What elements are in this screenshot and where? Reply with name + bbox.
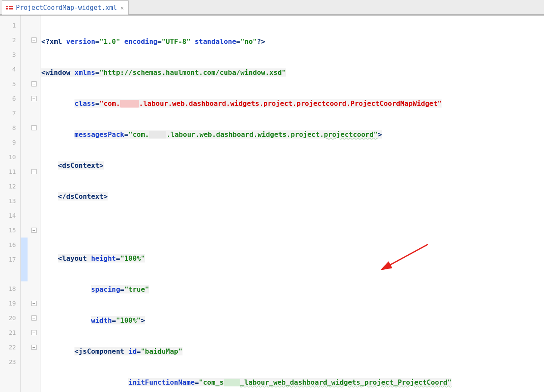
code-line: </dsContext>	[40, 189, 544, 204]
code-line: <window xmlns="http://schemas.haulmont.c…	[40, 65, 544, 80]
svg-rect-3	[9, 8, 13, 9]
line-number: 11	[0, 164, 20, 179]
line-number: 15	[0, 223, 20, 238]
line-number: 18	[0, 281, 20, 296]
code-line: <jsComponent id="baiduMap"	[40, 344, 544, 359]
file-tab[interactable]: ProjectCoordMap-widget.xml ✕	[2, 0, 129, 15]
fold-toggle-icon[interactable]: −	[31, 37, 37, 43]
line-number: 9	[0, 135, 20, 150]
line-number: 16	[0, 238, 20, 252]
svg-rect-2	[9, 6, 13, 7]
line-number: 8	[0, 120, 20, 135]
fold-end-icon: −	[31, 301, 37, 306]
svg-rect-1	[6, 8, 8, 9]
line-number: 23	[0, 355, 20, 369]
redacted-block	[149, 131, 166, 139]
line-number: 10	[0, 150, 20, 164]
line-number: 22	[0, 340, 20, 355]
fold-end-icon: −	[31, 330, 37, 335]
code-line: initFunctionName="com_s_labour_web_dashb…	[40, 375, 544, 390]
fold-toggle-icon[interactable]: −	[31, 228, 37, 233]
tab-bar: ProjectCoordMap-widget.xml ✕	[0, 0, 544, 15]
line-number: 12	[0, 179, 20, 194]
code-line: spacing="true"	[40, 282, 544, 297]
line-number: 17	[0, 252, 20, 267]
fold-toggle-icon[interactable]: −	[31, 125, 37, 130]
line-number: 3	[0, 47, 20, 62]
selection-gutter	[21, 15, 28, 392]
line-number: 20	[0, 311, 20, 325]
line-number: 7	[0, 106, 20, 120]
editor: 1 2 3 4 5 6 7 8 9 10 11 12 13 14 15 16 1…	[0, 15, 544, 392]
code-line: <?xml version="1.0" encoding="UTF-8" sta…	[40, 34, 544, 49]
line-number: 5	[0, 77, 20, 91]
close-icon[interactable]: ✕	[120, 5, 125, 11]
line-number: 19	[0, 296, 20, 311]
line-number: 1	[0, 18, 20, 33]
fold-toggle-icon[interactable]: −	[31, 81, 37, 86]
line-number	[0, 267, 20, 281]
fold-end-icon: −	[31, 96, 37, 101]
fold-gutter: − − − − − − − − − −	[28, 15, 40, 392]
redacted-block	[224, 379, 240, 386]
line-number: 14	[0, 208, 20, 223]
line-number: 13	[0, 194, 20, 208]
tab-label: ProjectCoordMap-widget.xml	[16, 4, 117, 12]
line-number: 21	[0, 325, 20, 340]
code-line: class="com..labour.web.dashboard.widgets…	[40, 96, 544, 111]
code-line: width="100%">	[40, 313, 544, 328]
line-number: 2	[0, 33, 20, 47]
fold-end-icon: −	[31, 345, 37, 350]
svg-rect-0	[6, 6, 8, 7]
code-area[interactable]: <?xml version="1.0" encoding="UTF-8" sta…	[40, 15, 544, 392]
code-line: <layout height="100%"	[40, 251, 544, 266]
xml-file-icon	[6, 4, 13, 12]
code-line: messagesPack="com..labour.web.dashboard.…	[40, 127, 544, 142]
line-number: 4	[0, 62, 20, 77]
code-line: <dsContext>	[40, 158, 544, 173]
fold-end-icon: −	[31, 315, 37, 321]
fold-toggle-icon[interactable]: −	[31, 169, 37, 174]
redacted-block	[120, 100, 139, 108]
line-number-gutter: 1 2 3 4 5 6 7 8 9 10 11 12 13 14 15 16 1…	[0, 15, 21, 392]
line-number: 6	[0, 91, 20, 106]
code-line	[40, 220, 544, 235]
